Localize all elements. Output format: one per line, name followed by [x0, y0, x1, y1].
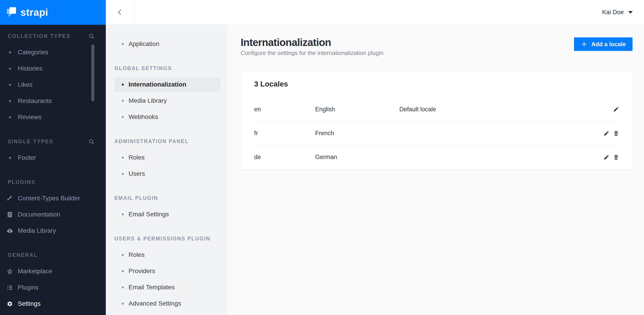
edit-locale-button[interactable] [604, 154, 609, 160]
locale-name: French [315, 130, 399, 137]
delete-locale-button[interactable] [613, 130, 619, 136]
search-icon[interactable] [88, 33, 94, 39]
bullet-icon [122, 302, 124, 305]
sidebar-item-histories[interactable]: Histories [0, 60, 106, 77]
row-actions [604, 154, 619, 160]
bullet-icon [9, 51, 11, 53]
sidebar-item-label: Documentation [18, 211, 60, 218]
settings-item-label: Advanced Settings [128, 300, 181, 307]
bullet-icon [122, 254, 124, 256]
user-menu[interactable]: Kai Doe [602, 9, 644, 16]
sidebar-item-documentation[interactable]: Documentation [0, 206, 106, 223]
sidebar-item-label: Footer [18, 154, 36, 161]
sidebar-item-label: Media Library [18, 227, 56, 234]
sidebar-item-media-library[interactable]: Media Library [0, 223, 106, 239]
sidebar-item-categories[interactable]: Categories [0, 44, 106, 60]
bullet-icon [9, 84, 11, 86]
app-window: strapi COLLECTION TYPES Categories Histo… [0, 0, 644, 315]
sidebar-item-likes[interactable]: Likes [0, 77, 106, 93]
book-icon [7, 212, 13, 218]
page-header: Internationalization Configure the setti… [241, 25, 632, 56]
row-actions [604, 130, 619, 136]
settings-item-application[interactable]: Application [114, 36, 220, 52]
user-name: Kai Doe [602, 9, 624, 16]
list-icon [7, 284, 13, 291]
main-content: Internationalization Configure the setti… [227, 25, 644, 315]
plus-icon [581, 41, 588, 48]
page-title: Internationalization [241, 37, 384, 48]
section-label: GENERAL [8, 252, 38, 258]
sidebar-item-label: Content-Types Builder [18, 195, 80, 202]
pencil-icon [613, 106, 619, 112]
sidebar-item-footer[interactable]: Footer [0, 150, 106, 166]
sidebar-item-label: Plugins [18, 284, 38, 291]
settings-item-label: Users [128, 170, 145, 177]
settings-item-email-templates[interactable]: Email Templates [114, 279, 220, 295]
back-button[interactable] [106, 0, 134, 25]
settings-item-media-library[interactable]: Media Library [114, 93, 220, 109]
locales-card-title: 3 Locales [254, 71, 619, 89]
bullet-icon [122, 157, 124, 159]
section-collection-types: COLLECTION TYPES [0, 28, 106, 44]
settings-item-admin-roles[interactable]: Roles [114, 149, 220, 166]
top-header: Kai Doe [106, 0, 644, 25]
bullet-icon [122, 100, 124, 102]
locale-row-de[interactable]: de German [254, 145, 619, 169]
settings-item-admin-users[interactable]: Users [114, 166, 220, 182]
locale-code: fr [254, 130, 315, 137]
bullet-icon [122, 286, 124, 288]
body-row: Application GLOBAL SETTINGS Internationa… [106, 25, 644, 315]
section-label: PLUGINS [8, 179, 35, 185]
sidebar-nav: COLLECTION TYPES Categories Histories Li… [0, 25, 106, 315]
sidebar-item-restaurants[interactable]: Restaurants [0, 93, 106, 109]
trash-icon [613, 130, 619, 136]
settings-item-label: Providers [128, 267, 155, 275]
sidebar-item-label: Marketplace [18, 268, 52, 275]
delete-locale-button[interactable] [613, 154, 619, 160]
settings-item-advanced-settings[interactable]: Advanced Settings [114, 295, 220, 311]
section-plugins: PLUGINS [0, 174, 106, 190]
sidebar-item-label: Settings [18, 300, 40, 307]
locale-row-fr[interactable]: fr French [254, 121, 619, 145]
locales-table: en English Default locale fr French [254, 97, 619, 169]
sidebar-item-content-types-builder[interactable]: Content-Types Builder [0, 190, 106, 206]
settings-item-providers[interactable]: Providers [114, 263, 220, 279]
settings-item-label: Internationalization [128, 81, 186, 88]
cloud-upload-icon [7, 228, 13, 234]
row-actions [613, 106, 619, 112]
sidebar-item-plugins[interactable]: Plugins [0, 279, 106, 296]
trash-icon [613, 154, 619, 160]
sidebar-item-settings[interactable]: Settings [0, 296, 106, 312]
bullet-icon [9, 100, 11, 102]
sidebar-item-label: Categories [18, 49, 48, 56]
settings-item-email-settings[interactable]: Email Settings [114, 206, 220, 222]
settings-item-internationalization[interactable]: Internationalization [114, 76, 220, 93]
sidebar-item-reviews[interactable]: Reviews [0, 109, 106, 125]
locale-row-en[interactable]: en English Default locale [254, 97, 619, 121]
bullet-icon [122, 43, 124, 45]
search-icon[interactable] [88, 139, 94, 145]
brand-name: strapi [20, 7, 48, 18]
bullet-icon [122, 116, 124, 118]
locale-code: de [254, 154, 315, 161]
sidebar-scrollbar[interactable] [92, 44, 94, 101]
settings-item-webhooks[interactable]: Webhooks [114, 109, 220, 125]
bullet-icon [122, 173, 124, 175]
main-sidebar: strapi COLLECTION TYPES Categories Histo… [0, 0, 106, 315]
locales-card: 3 Locales en English Default locale fr [241, 71, 632, 169]
locale-name: German [315, 154, 399, 161]
bullet-icon [122, 84, 124, 86]
add-locale-button-label: Add a locale [591, 41, 626, 48]
strapi-logo[interactable]: strapi [0, 0, 106, 25]
settings-item-up-roles[interactable]: Roles [114, 247, 220, 263]
gear-icon [7, 301, 13, 307]
add-locale-button[interactable]: Add a locale [574, 37, 632, 51]
bullet-icon [122, 270, 124, 272]
locale-code: en [254, 106, 315, 113]
section-single-types: SINGLE TYPES [0, 133, 106, 150]
sidebar-item-label: Restaurants [18, 97, 52, 105]
sidebar-item-marketplace[interactable]: Marketplace [0, 263, 106, 279]
right-column: Kai Doe Application GLOBAL SETTINGS Inte… [106, 0, 644, 315]
edit-locale-button[interactable] [604, 130, 609, 136]
edit-locale-button[interactable] [613, 106, 619, 112]
